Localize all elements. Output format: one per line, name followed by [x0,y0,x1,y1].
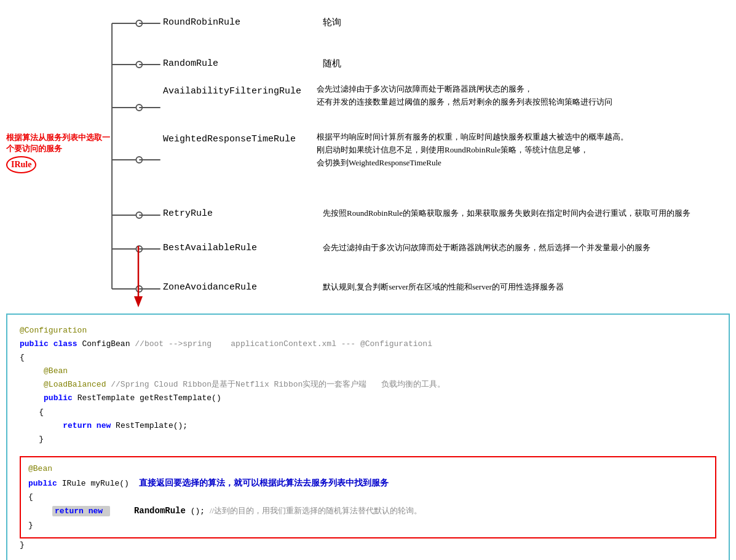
red-line-5: } [28,519,708,532]
rule-row-5: RetryRule 先按照RoundRobinRule的策略获取服务，如果获取服… [163,208,690,219]
left-label: 根据算法从服务列表中选取一个要访问的服务 IRule [6,132,111,173]
rule-desc-7: 默认规则,复合判断server所在区域的性能和server的可用性选择服务器 [323,282,564,293]
rule-name-7: ZoneAvoidanceRule [163,282,304,293]
svg-point-8 [136,20,142,26]
main-container: 根据算法从服务列表中选取一个要访问的服务 IRule [0,0,736,560]
code-line-2: public class ConfigBean //boot -->spring… [20,337,716,351]
rule-row-2: RandomRule 随机 [163,58,341,69]
left-label-text: 根据算法从服务列表中选取一个要访问的服务 [6,133,110,153]
rule-name-1: RoundRobinRule [163,17,304,28]
red-line-2: public IRule myRule() 直接返回要选择的算法，就可以根据此算… [28,476,708,491]
red-line-3: { [28,491,708,504]
rule-row-3: AvailabilityFilteringRule 会先过滤掉由于多次访问故障而… [163,86,612,109]
rule-name-6: BestAvailableRule [163,243,304,253]
rule-row-1: RoundRobinRule 轮询 [163,17,341,28]
irule-badge: IRule [6,156,36,173]
code-line-1: @Configuration [20,324,716,337]
svg-point-11 [136,157,142,163]
code-line-8: return new RestTemplate(); [20,419,716,433]
code-spacer [20,446,716,451]
code-line-9: } [20,433,716,446]
svg-point-9 [136,61,142,68]
svg-point-14 [136,286,142,292]
red-line-4: return new RandomRule (); //达到的目的，用我们重新选… [28,504,708,519]
rule-desc-3: 会先过滤掉由于多次访问故障而处于断路器跳闸状态的服务， 还有并发的连接数量超过阈… [317,83,612,109]
red-line-1: @Bean [28,462,708,476]
rule-name-2: RandomRule [163,58,304,69]
rule-row-4: WeightedResponseTimeRule 根据平均响应时间计算所有服务的… [163,134,628,169]
rule-name-5: RetryRule [163,208,304,219]
random-rule-class: RandomRule [134,506,186,516]
code-close: } [20,538,716,552]
svg-point-12 [136,212,142,218]
code-line-4: @Bean [20,365,716,378]
rule-desc-2: 随机 [323,58,341,69]
rule-desc-6: 会先过滤掉由于多次访问故障而处于断路器跳闸状态的服务，然后选择一个并发量最小的服… [323,242,651,253]
rule-desc-1: 轮询 [323,17,341,28]
code-line-6: public RestTemplate getRestTemplate() [20,392,716,405]
rule-desc-5: 先按照RoundRobinRule的策略获取服务，如果获取服务失败则在指定时间内… [323,208,690,219]
rule-desc-4: 根据平均响应时间计算所有服务的权重，响应时间越快服务权重越大被选中的概率越高。 … [317,131,628,169]
code-area: @Configuration public class ConfigBean /… [6,314,730,560]
code-line-5: @LoadBalanced //Spring Cloud Ribbon是基于Ne… [20,378,716,392]
svg-point-10 [136,105,142,111]
code-line-3: { [20,351,716,365]
rule-row-7: ZoneAvoidanceRule 默认规则,复合判断server所在区域的性能… [163,282,564,293]
svg-point-13 [136,246,142,252]
code-box-red: @Bean public IRule myRule() 直接返回要选择的算法，就… [20,456,716,538]
rule-row-6: BestAvailableRule 会先过滤掉由于多次访问故障而处于断路器跳闸状… [163,242,651,253]
diagram-area: 根据算法从服务列表中选取一个要访问的服务 IRule [6,12,730,314]
code-line-7: { [20,406,716,419]
